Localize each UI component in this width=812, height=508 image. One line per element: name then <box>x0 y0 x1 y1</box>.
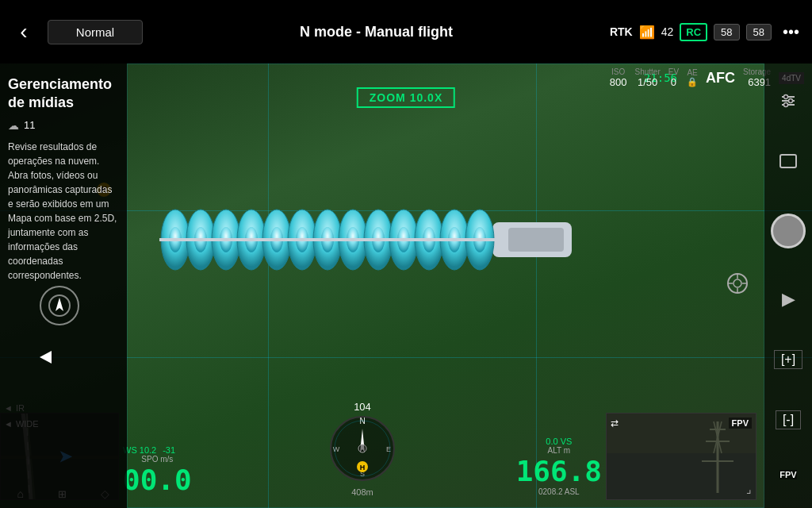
battery-2: 58 <box>746 24 772 40</box>
insulator-object <box>159 160 572 322</box>
ws-label: WS 10.2 <box>123 445 156 455</box>
distance-label: 408m <box>327 487 398 497</box>
panel-description: Revise resultados de operações na nuvem.… <box>8 140 119 283</box>
fpv-image: FPV ⇄ ⌟ <box>607 414 756 499</box>
heading-value: 104 <box>327 401 398 413</box>
battery-1: 58 <box>714 24 739 40</box>
neg-val: -31 <box>163 445 175 455</box>
nav-arrow <box>36 345 59 373</box>
flight-mode-label: N mode - Manual flight <box>143 24 610 40</box>
settings-icon[interactable] <box>779 92 797 114</box>
capture-button[interactable] <box>771 214 806 248</box>
cloud-icon: ☁ <box>8 119 19 132</box>
speed-display: WS 10.2 -31 SPO m/s 00.0 <box>123 445 192 496</box>
iso-param: ISO 800 <box>610 67 627 88</box>
compass-heading: 104 N S W E H 408m <box>327 401 398 497</box>
svg-rect-1 <box>508 228 564 252</box>
fpv-corner-icon: ⌟ <box>746 483 752 495</box>
afc-badge: AFC <box>706 70 735 87</box>
svg-text:W: W <box>333 445 340 453</box>
fpv-expand-icon[interactable]: ⇄ <box>611 418 619 429</box>
rc-badge: RC <box>680 23 707 41</box>
target-icon[interactable] <box>726 272 749 299</box>
ae-param: AE 🔒 <box>687 68 698 87</box>
screen-icon[interactable] <box>779 154 797 172</box>
top-right-controls: RTK 📶 42 RC 58 58 ••• <box>610 23 804 41</box>
rtk-label: RTK <box>610 25 633 38</box>
zoom-indicator: ZOOM 10.0X <box>357 87 455 108</box>
right-sidebar: ▶ [+] [-] FPV <box>764 64 812 508</box>
svg-point-41 <box>784 94 788 98</box>
play-button[interactable]: ▶ <box>782 289 795 310</box>
svg-text:H: H <box>360 464 366 471</box>
mode-selector[interactable]: Normal <box>48 20 143 44</box>
svg-marker-36 <box>56 298 63 311</box>
alt-label: ALT m <box>516 446 602 455</box>
cloud-num: 11 <box>24 119 35 131</box>
svg-marker-37 <box>40 351 52 364</box>
svg-point-42 <box>789 98 793 102</box>
zoom-minus-button[interactable]: [-] <box>776 410 801 429</box>
compass-svg: N S W E H <box>327 413 398 484</box>
top-bar: ‹ Normal N mode - Manual flight RTK 📶 42… <box>0 0 812 64</box>
back-button[interactable]: ‹ <box>8 19 40 44</box>
nav-circle[interactable] <box>40 286 79 325</box>
fpv-view: FPV ⇄ ⌟ <box>606 413 756 500</box>
zoom-plus-button[interactable]: [+] <box>774 350 802 369</box>
svg-rect-44 <box>780 155 796 167</box>
vs-label: 0.0 VS <box>516 437 602 446</box>
spo-label: SPO m/s <box>123 455 192 464</box>
fpv-tag: FPV <box>729 418 752 429</box>
altitude-value: 166.8 <box>516 455 602 487</box>
speed-value: 00.0 <box>123 464 192 496</box>
cloud-row: ☁ 11 <box>8 119 119 132</box>
ev-param: EV 0 <box>668 67 679 88</box>
svg-point-56 <box>358 444 366 452</box>
signal-strength: 42 <box>661 25 674 38</box>
panel-title: Gerenciamento de mídias <box>8 75 119 113</box>
fpv-sidebar-label: FPV <box>779 470 796 479</box>
altitude-display: 0.0 VS ALT m 166.8 0208.2 ASL <box>516 437 602 496</box>
svg-point-30 <box>733 279 741 287</box>
more-options-button[interactable]: ••• <box>778 23 804 41</box>
shutter-param: Shutter 1/50 <box>634 67 660 88</box>
telemetry-area: 104 N S W E H 408m WS 10.2 -31 SPO m/s <box>123 401 602 504</box>
asl-label: 0208.2 ASL <box>516 487 602 496</box>
signal-icon: 📶 <box>639 25 655 40</box>
svg-point-43 <box>784 102 788 106</box>
